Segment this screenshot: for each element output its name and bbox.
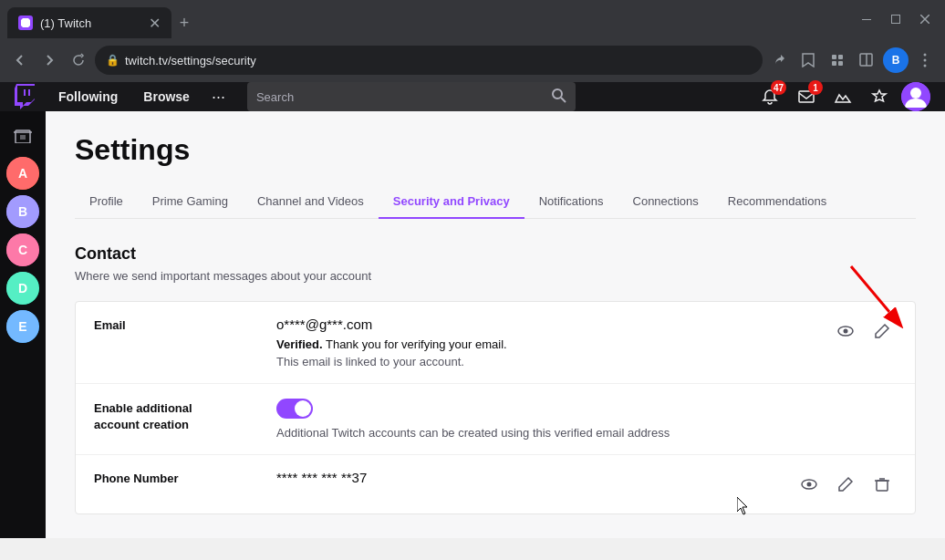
split-view-button[interactable] (854, 47, 879, 73)
tab-prime[interactable]: Prime Gaming (138, 185, 243, 219)
phone-value: **** *** *** **37 (276, 470, 794, 485)
svg-point-33 (844, 329, 848, 334)
verified-badge: Verified. (276, 337, 323, 351)
phone-delete-button[interactable] (867, 470, 897, 499)
notifications-badge: 47 (771, 80, 786, 95)
svg-rect-5 (838, 55, 843, 59)
browser-tab[interactable]: (1) Twitch ✕ (7, 7, 171, 38)
svg-point-37 (807, 482, 812, 487)
additional-description: Additional Twitch accounts can be create… (276, 426, 897, 440)
search-icon (552, 88, 566, 106)
tab-channels[interactable]: Channel and Videos (243, 185, 379, 219)
email-actions (831, 316, 897, 346)
svg-text:E: E (18, 319, 26, 334)
new-tab-button[interactable]: + (171, 10, 197, 36)
svg-rect-13 (28, 89, 30, 96)
phone-label: Phone Number (94, 470, 276, 485)
sidebar-avatar-3[interactable]: C (6, 233, 39, 266)
address-bar[interactable]: 🔒 twitch.tv/settings/security (95, 46, 763, 75)
svg-rect-38 (877, 481, 888, 491)
user-avatar-button[interactable] (901, 82, 930, 111)
sidebar-avatar-5[interactable]: E (6, 310, 39, 343)
additional-content: Additional Twitch accounts can be create… (276, 399, 897, 440)
tab-close-button[interactable]: ✕ (149, 15, 161, 32)
svg-text:D: D (18, 281, 27, 296)
tab-notifications[interactable]: Notifications (524, 185, 618, 219)
phone-actions (794, 470, 897, 499)
svg-point-19 (910, 88, 921, 99)
svg-point-12 (924, 65, 927, 67)
verified-message: Thank you for verifying your email. (326, 337, 507, 351)
top-nav: Following Browse ··· 47 1 (0, 82, 945, 111)
twitch-logo[interactable] (15, 84, 36, 109)
browser-action-buttons: B (766, 47, 938, 73)
close-button[interactable] (912, 6, 938, 32)
bookmark-button[interactable] (795, 47, 821, 73)
browser-profile-button[interactable]: B (883, 47, 909, 73)
email-view-button[interactable] (831, 316, 860, 346)
section-description: Where we send important messages about y… (75, 269, 916, 283)
svg-point-15 (553, 89, 562, 99)
sidebar-avatar-1[interactable]: A (6, 157, 39, 190)
settings-title: Settings (75, 133, 916, 167)
prime-button[interactable] (865, 82, 894, 111)
nav-actions: 47 1 (755, 82, 930, 111)
maximize-button[interactable] (883, 6, 909, 32)
phone-edit-button[interactable] (831, 470, 860, 499)
tab-profile[interactable]: Profile (75, 185, 138, 219)
notifications-button[interactable]: 47 (755, 82, 784, 111)
phone-row: Phone Number **** *** *** **37 (76, 455, 915, 513)
email-value: o****@g***.com (276, 316, 831, 332)
svg-rect-6 (832, 61, 836, 66)
svg-rect-14 (24, 89, 26, 96)
lock-icon: 🔒 (106, 54, 119, 67)
phone-content: **** *** *** **37 (276, 470, 794, 485)
messages-badge: 1 (808, 80, 823, 95)
svg-line-16 (561, 98, 566, 102)
svg-text:B: B (18, 204, 27, 219)
additional-toggle[interactable] (276, 399, 313, 419)
search-input[interactable] (256, 90, 545, 104)
svg-rect-0 (862, 19, 871, 20)
following-nav-link[interactable]: Following (51, 86, 125, 108)
tab-recommendations[interactable]: Recommendations (713, 185, 841, 219)
refresh-button[interactable] (66, 47, 91, 73)
svg-text:C: C (18, 243, 27, 257)
tab-favicon (18, 16, 33, 30)
search-bar[interactable] (247, 82, 576, 111)
back-button[interactable] (7, 47, 33, 73)
tab-title: (1) Twitch (40, 16, 141, 30)
sidebar-avatar-4[interactable]: D (6, 272, 39, 305)
phone-view-button[interactable] (794, 470, 824, 499)
sidebar-home-icon[interactable] (6, 119, 39, 151)
settings-nav: Profile Prime Gaming Channel and Videos … (75, 185, 916, 219)
email-content: o****@g***.com Verified. Thank you for v… (276, 316, 831, 368)
menu-button[interactable] (912, 47, 938, 73)
sidebar-avatar-2[interactable]: B (6, 195, 39, 228)
minimize-button[interactable] (854, 6, 879, 32)
sidebar: A B C D E (0, 111, 46, 538)
window-controls (854, 6, 938, 32)
email-edit-button[interactable] (867, 316, 897, 346)
more-nav-button[interactable]: ··· (208, 84, 229, 110)
browser-chrome: (1) Twitch ✕ + 🔒 (0, 0, 945, 82)
address-bar-row: 🔒 twitch.tv/settings/security B (0, 38, 945, 82)
tab-security[interactable]: Security and Privacy (379, 185, 524, 219)
toggle-knob (295, 400, 311, 417)
extensions-button[interactable] (825, 47, 850, 73)
svg-rect-7 (838, 61, 843, 66)
browse-nav-link[interactable]: Browse (136, 86, 197, 108)
forward-button[interactable] (36, 47, 62, 73)
svg-rect-4 (832, 55, 836, 59)
email-linked-text: This email is linked to your account. (276, 355, 831, 368)
svg-point-11 (924, 59, 927, 62)
tab-connections[interactable]: Connections (618, 185, 713, 219)
share-button[interactable] (766, 47, 792, 73)
additional-label: Enable additional account creation (94, 399, 276, 433)
contact-card: Email o****@g***.com Verified. Thank you… (75, 301, 916, 514)
email-row: Email o****@g***.com Verified. Thank you… (76, 302, 915, 384)
content-area: A B C D E Settings Profile Prime Ga (0, 111, 945, 538)
activity-feed-button[interactable] (828, 82, 857, 111)
twitch-app: Following Browse ··· 47 1 (0, 82, 945, 517)
messages-button[interactable]: 1 (792, 82, 821, 111)
